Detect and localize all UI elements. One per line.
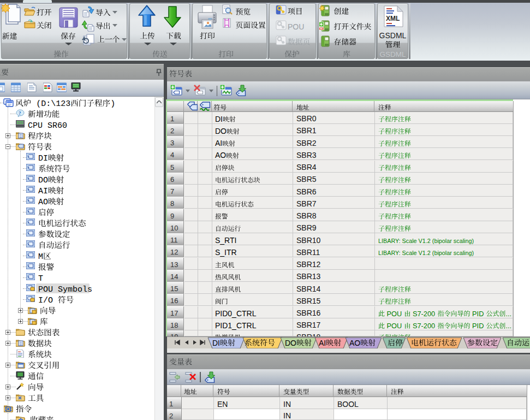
svg-text:?: ? xyxy=(19,110,21,116)
svg-text:XML: XML xyxy=(386,15,400,22)
